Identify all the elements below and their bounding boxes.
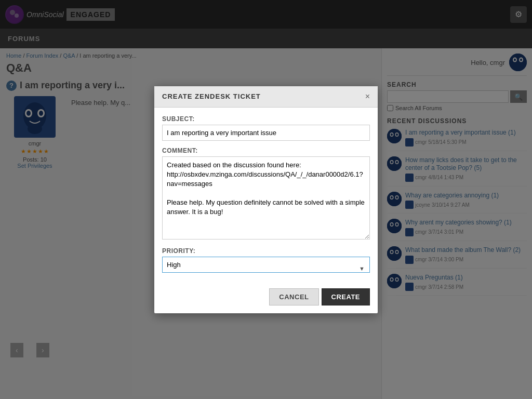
dialog-close-button[interactable]: × [365, 92, 370, 101]
priority-label: PRIORITY: [162, 247, 370, 255]
modal-overlay: CREATE ZENDESK TICKET × SUBJECT: COMMENT… [0, 0, 532, 399]
dialog-title: CREATE ZENDESK TICKET [162, 92, 261, 100]
subject-input[interactable] [162, 125, 370, 141]
create-ticket-dialog: CREATE ZENDESK TICKET × SUBJECT: COMMENT… [154, 86, 378, 313]
create-button[interactable]: CREATE [322, 288, 370, 305]
comment-label: COMMENT: [162, 147, 370, 154]
comment-textarea[interactable] [162, 156, 370, 240]
dialog-footer: CANCEL CREATE [154, 288, 378, 313]
cancel-button[interactable]: CANCEL [269, 288, 318, 305]
dialog-body: SUBJECT: COMMENT: PRIORITY: LowNormalHig… [154, 108, 378, 288]
priority-select-wrapper: LowNormalHighUrgent [162, 257, 370, 281]
subject-label: SUBJECT: [162, 115, 370, 123]
dialog-header: CREATE ZENDESK TICKET × [154, 86, 378, 108]
priority-select[interactable]: LowNormalHighUrgent [162, 257, 370, 273]
